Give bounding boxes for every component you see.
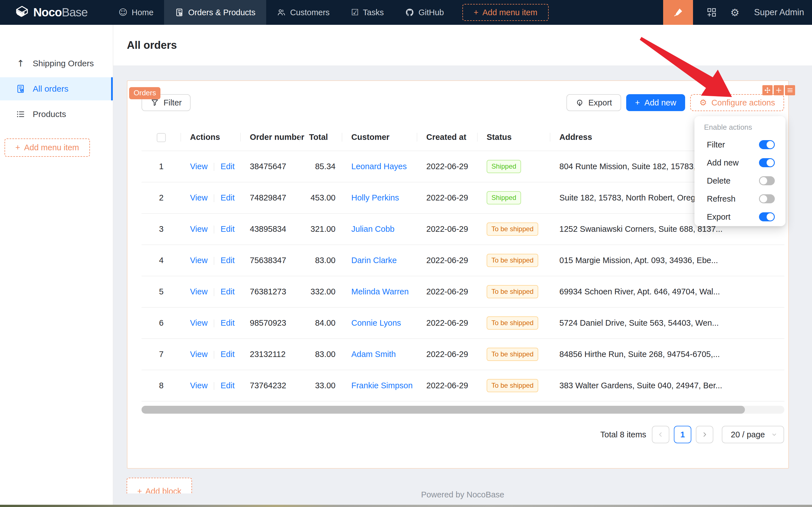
- brand-text: NocoBase: [33, 6, 88, 19]
- view-link[interactable]: View: [190, 162, 208, 171]
- row-actions-cell: ViewEdit: [181, 276, 241, 307]
- plugin-blocks-icon[interactable]: [706, 7, 717, 17]
- row-actions-cell: ViewEdit: [181, 370, 241, 401]
- page-1-button[interactable]: 1: [674, 426, 691, 443]
- select-all-checkbox[interactable]: [157, 133, 166, 142]
- status-cell: To be shipped: [478, 276, 550, 307]
- edit-link[interactable]: Edit: [221, 381, 235, 390]
- table-horizontal-scrollbar[interactable]: [141, 406, 785, 414]
- drag-handle-icon[interactable]: [762, 85, 772, 95]
- previous-page-button[interactable]: [652, 426, 669, 443]
- customer-link[interactable]: Melinda Warren: [351, 287, 409, 296]
- customer-cell: Adam Smith: [342, 339, 417, 370]
- toggle-switch[interactable]: [759, 140, 775, 149]
- enable-action-item[interactable]: Filter: [694, 135, 786, 154]
- enable-action-item[interactable]: Delete: [694, 172, 786, 190]
- logo-cube-icon: [15, 5, 29, 20]
- export-button[interactable]: Export: [567, 94, 621, 111]
- nav-item-home[interactable]: ☺ Home: [108, 0, 164, 25]
- table-row: 1 ViewEdit 38475647 85.34 Leonard Hayes …: [141, 151, 785, 182]
- total-cell: 321.00: [300, 214, 342, 245]
- view-link[interactable]: View: [190, 318, 208, 327]
- plus-icon: +: [15, 143, 20, 152]
- chevron-down-icon: [771, 432, 777, 438]
- scrollbar-thumb[interactable]: [141, 406, 745, 414]
- status-badge: To be shipped: [487, 254, 538, 267]
- toggle-switch[interactable]: [759, 158, 775, 167]
- view-link[interactable]: View: [190, 193, 208, 202]
- customer-link[interactable]: Leonard Hayes: [351, 162, 407, 171]
- sidebar-item-all-orders[interactable]: All orders: [0, 77, 113, 100]
- nav-item-customers[interactable]: Customers: [266, 0, 340, 25]
- order-number-cell: 43895834: [241, 214, 300, 245]
- enable-action-item[interactable]: Export: [694, 208, 786, 226]
- customer-link[interactable]: Holly Perkins: [351, 193, 399, 202]
- row-actions-cell: ViewEdit: [181, 214, 241, 245]
- divider: [214, 320, 214, 327]
- row-actions-cell: ViewEdit: [181, 339, 241, 370]
- user-menu[interactable]: Super Admin: [754, 7, 804, 17]
- nocobase-logo[interactable]: NocoBase: [0, 5, 88, 20]
- top-navbar: NocoBase ☺ Home Orders & Products: [0, 0, 812, 25]
- enable-actions-list: Filter Add new Delete Refresh Export: [694, 135, 786, 226]
- view-link[interactable]: View: [190, 287, 208, 296]
- nav-add-menu-item-button[interactable]: + Add menu item: [462, 4, 549, 21]
- status-badge: To be shipped: [487, 285, 538, 298]
- status-cell: To be shipped: [478, 307, 550, 339]
- enable-action-item[interactable]: Add new: [694, 154, 786, 172]
- customer-cell: Julian Cobb: [342, 214, 417, 245]
- view-link[interactable]: View: [190, 381, 208, 390]
- toggle-switch[interactable]: [759, 212, 775, 221]
- customer-cell: Melinda Warren: [342, 276, 417, 307]
- edit-link[interactable]: Edit: [221, 287, 235, 296]
- nav-item-github[interactable]: GitHub: [395, 0, 455, 25]
- edit-link[interactable]: Edit: [221, 318, 235, 327]
- table-row: 8 ViewEdit 73764232 33.00 Frankie Simpso…: [141, 370, 785, 401]
- nav-item-tasks[interactable]: ☑ Tasks: [340, 0, 395, 25]
- people-icon: [277, 8, 286, 17]
- sidebar-item-products[interactable]: Products: [0, 103, 113, 126]
- created-at-cell: 2022-06-29: [417, 339, 478, 370]
- page-title: All orders: [127, 39, 177, 51]
- sidebar-item-shipping-orders[interactable]: ↑ Shipping Orders: [0, 52, 113, 75]
- toggle-switch[interactable]: [759, 194, 775, 203]
- table-row: 7 ViewEdit 23132112 83.00 Adam Smith 202…: [141, 339, 785, 370]
- row-index: 8: [141, 370, 181, 401]
- next-page-button[interactable]: [696, 426, 713, 443]
- edit-link[interactable]: Edit: [221, 193, 235, 202]
- customer-link[interactable]: Darin Clarke: [351, 256, 397, 265]
- block-menu-icon[interactable]: [785, 85, 795, 95]
- customer-link[interactable]: Julian Cobb: [351, 224, 395, 233]
- funnel-icon: [151, 98, 159, 107]
- orders-table-block: Orders Filter: [127, 80, 789, 469]
- order-number-cell: 23132112: [241, 339, 300, 370]
- chevron-right-icon: [701, 431, 708, 438]
- orders-table: Actions Order number Total Customer Crea…: [141, 124, 785, 401]
- arrow-up-icon: ↑: [16, 58, 25, 69]
- view-link[interactable]: View: [190, 350, 208, 359]
- toggle-switch[interactable]: [759, 176, 775, 185]
- settings-gear-icon[interactable]: ⚙: [730, 7, 739, 18]
- configure-actions-button[interactable]: ⚙ Configure actions: [690, 94, 784, 111]
- customer-link[interactable]: Adam Smith: [351, 350, 396, 359]
- page-size-select[interactable]: 20 / page: [722, 426, 784, 443]
- total-cell: 33.00: [300, 370, 342, 401]
- edit-link[interactable]: Edit: [221, 350, 235, 359]
- view-link[interactable]: View: [190, 224, 208, 233]
- nav-item-orders-products[interactable]: Orders & Products: [164, 0, 266, 25]
- address-cell: 69934 Schoen River, Apt. 646, 49704, Wal…: [550, 276, 785, 307]
- customer-link[interactable]: Connie Lyons: [351, 318, 401, 327]
- block-designer-toolbar: [762, 85, 795, 95]
- sidebar-add-menu-item-button[interactable]: + Add menu item: [4, 138, 90, 157]
- ui-editor-button[interactable]: [663, 0, 693, 25]
- add-new-button[interactable]: + Add new: [626, 94, 685, 111]
- customer-link[interactable]: Frankie Simpson: [351, 381, 413, 390]
- edit-link[interactable]: Edit: [221, 256, 235, 265]
- view-link[interactable]: View: [190, 256, 208, 265]
- column-header-order-number: Order number: [241, 124, 300, 151]
- edit-link[interactable]: Edit: [221, 224, 235, 233]
- edit-link[interactable]: Edit: [221, 162, 235, 171]
- add-block-plus-icon[interactable]: [774, 85, 784, 95]
- github-icon: [405, 8, 414, 17]
- enable-action-item[interactable]: Refresh: [694, 190, 786, 208]
